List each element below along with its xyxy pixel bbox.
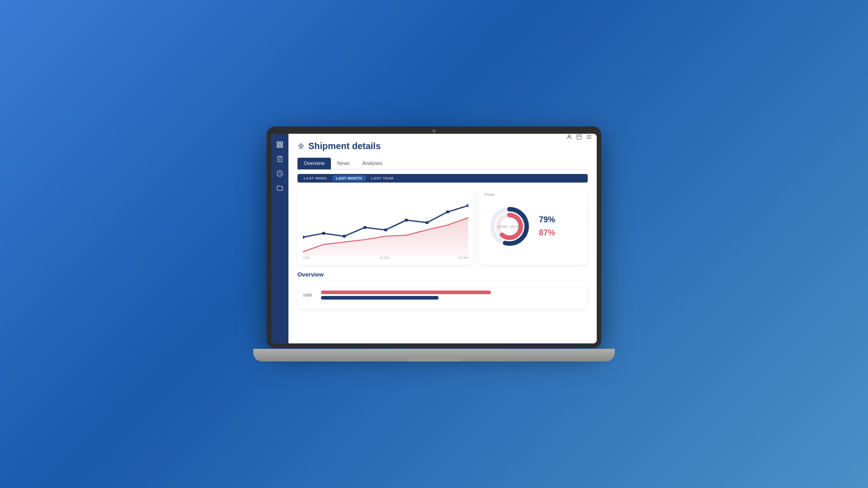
svg-point-17 [303,236,305,239]
camera [432,129,436,133]
donut-chart-card: Prices 10 000 - 100 000 [479,188,588,265]
svg-point-21 [384,229,387,231]
svg-rect-7 [280,142,283,144]
charts-row: 1000 10 000 10 000 Prices [297,188,588,265]
svg-rect-8 [277,145,279,147]
tabs-bar: Overview News Analyses [297,158,588,169]
sidebar-item-clipboard[interactable] [274,154,285,164]
overview-title: Overview [297,271,588,278]
svg-marker-16 [303,218,468,257]
line-chart-card: 1000 10 000 10 000 [297,188,474,265]
svg-point-19 [343,235,346,238]
svg-point-22 [405,219,408,221]
filter-last-year[interactable]: LAST YEAR [368,175,397,181]
filter-last-month[interactable]: LAST MONTH [333,175,366,181]
blue-percentage: 79% [539,215,555,225]
menu-icon[interactable] [586,134,592,140]
x-label-2: 10 000 [379,256,389,259]
home-icon [297,143,305,150]
time-filter-bar: LAST WEEK LAST MONTH LAST YEAR [297,174,588,183]
donut-title: Prices [485,192,495,197]
laptop: Shipment details Overview News Analyses … [267,127,601,361]
overview-section: Overview 1000 [297,271,588,309]
overview-card: 1000 [297,282,588,309]
sidebar [271,134,288,343]
sidebar-item-folder[interactable] [274,183,285,193]
svg-rect-9 [280,145,283,147]
bars-column [321,291,582,300]
svg-point-23 [425,221,429,224]
laptop-base [253,349,615,361]
page-title: Shipment details [308,141,381,151]
svg-point-0 [568,135,571,137]
tab-overview[interactable]: Overview [297,158,331,169]
filter-last-week[interactable]: LAST WEEK [300,175,331,181]
tab-analyses[interactable]: Analyses [356,158,389,169]
main-content: Shipment details Overview News Analyses … [288,134,597,343]
screen-bezel: Shipment details Overview News Analyses … [267,127,601,348]
svg-point-18 [322,232,326,235]
red-percentage: 87% [539,228,555,238]
donut-center-label: 10 000 - 100 000 [498,225,522,228]
svg-point-24 [446,211,449,213]
app-screen: Shipment details Overview News Analyses … [271,134,597,343]
bar-blue [321,296,439,300]
x-label-3: 10 000 [459,256,468,259]
user-icon[interactable] [566,134,572,140]
svg-rect-6 [277,142,279,144]
chart-x-axis: 1000 10 000 10 000 [303,256,468,259]
sidebar-item-history[interactable] [274,168,285,179]
tab-news[interactable]: News [331,158,356,169]
svg-point-20 [363,226,367,229]
donut-percentages: 79% 87% [539,215,555,238]
donut-chart: 10 000 - 100 000 [485,202,534,251]
bar-red [321,291,491,294]
sidebar-item-dashboard[interactable] [274,139,285,150]
page-header: Shipment details [297,141,588,151]
top-bar [566,134,592,140]
svg-rect-1 [577,135,581,140]
bookmark-icon[interactable] [576,134,582,140]
line-chart [303,193,468,257]
bar-label: 1000 [303,293,316,297]
x-label-1: 1000 [303,256,310,259]
